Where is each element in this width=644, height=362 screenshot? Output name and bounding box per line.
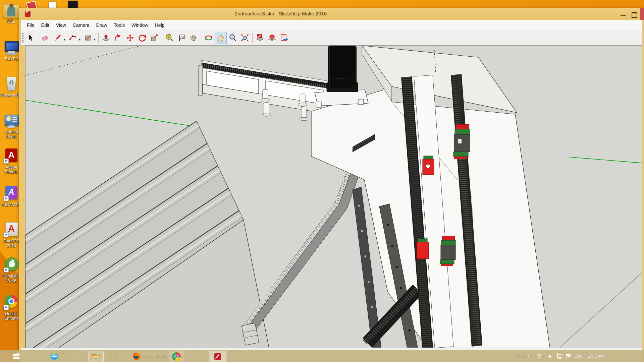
recycle-bin-icon: ♻ [3, 76, 19, 92]
send-to-layout[interactable] [278, 32, 290, 44]
volume-icon[interactable] [547, 350, 553, 362]
sketchup-window: 2ndmachine3.skb - SketchUp Make 2016 — F… [19, 8, 644, 362]
rectangle-tool[interactable] [82, 32, 94, 44]
select-tool[interactable] [24, 32, 37, 44]
orbit-tool[interactable] [203, 32, 215, 44]
minimize-button[interactable]: — [618, 8, 628, 20]
control-panel-icon [3, 113, 19, 129]
toolbar: ▼ ▼ ▼ [21, 30, 642, 46]
pan-tool[interactable] [215, 32, 227, 44]
tape-measure-tool[interactable] [163, 32, 175, 44]
desktop-shortcut-partial-document[interactable] [49, 2, 56, 9]
line-tool[interactable] [52, 32, 64, 44]
taskbar-internet-explorer[interactable] [47, 351, 62, 361]
follow-me-tool[interactable] [112, 32, 124, 44]
menu-edit[interactable]: Edit [38, 22, 53, 28]
green-axis-right [567, 157, 642, 163]
shared-folder-icon [3, 5, 20, 18]
toolbar-grip[interactable] [22, 33, 24, 43]
rotate-tool[interactable] [136, 32, 148, 44]
cnc-machine-model [25, 46, 642, 348]
3d-warehouse[interactable] [254, 32, 266, 44]
maximize-button[interactable] [629, 8, 639, 20]
menu-window[interactable]: Window [128, 22, 152, 28]
push-pull-tool[interactable] [100, 32, 112, 44]
menu-file[interactable]: File [23, 22, 38, 28]
green-axis-left [25, 100, 198, 127]
extension-warehouse[interactable] [266, 32, 278, 44]
network-icon[interactable] [556, 350, 564, 362]
close-button[interactable] [640, 8, 644, 20]
chrome-icon: ➤ [3, 294, 19, 310]
taskbar-chrome[interactable] [169, 351, 184, 362]
menu-draw[interactable]: Draw [93, 22, 111, 28]
paint-bucket-tool[interactable] [187, 32, 200, 44]
taskbar-firefox[interactable] [129, 351, 144, 361]
menu-view[interactable]: View [53, 22, 69, 28]
taskbar: ▲ ENG 10:30 AM [0, 350, 644, 362]
dropbox-icon[interactable] [536, 350, 543, 362]
arc-tool[interactable] [67, 32, 79, 44]
menu-help[interactable]: Help [152, 22, 168, 28]
back-fence-assembly [199, 60, 329, 121]
zoom-extents-tool[interactable] [239, 32, 251, 44]
desktop-shortcut-partial-photo[interactable] [68, 1, 78, 9]
red-axis-dashed [25, 46, 141, 75]
computer-icon [3, 40, 19, 56]
scale-tool[interactable] [148, 32, 160, 44]
clock[interactable]: 10:30 AM [588, 350, 605, 362]
taskbar-file-explorer[interactable] [88, 351, 104, 362]
tray-show-hidden[interactable]: ▲ [527, 350, 530, 362]
start-button[interactable] [9, 351, 23, 361]
machine-bed [25, 78, 270, 348]
language-indicator[interactable]: ENG [574, 350, 583, 362]
show-desktop-button[interactable] [641, 350, 644, 362]
move-tool[interactable] [124, 32, 136, 44]
coreldraw-icon: ➤ [3, 257, 19, 273]
stepper-motor [315, 46, 368, 107]
action-center-flag-icon[interactable] [565, 350, 572, 362]
taskbar-sketchup[interactable] [209, 351, 226, 362]
menu-camera[interactable]: Camera [69, 22, 93, 28]
svg-text:A1: A1 [180, 35, 184, 38]
autocad-icon: A➤ [3, 222, 19, 238]
viewport-3d[interactable] [25, 45, 642, 348]
window-title: 2ndmachine3.skb - SketchUp Make 2016 [19, 11, 542, 16]
menu-bar: File Edit View Camera Draw Tools Window … [21, 20, 642, 31]
menu-tools[interactable]: Tools [110, 22, 128, 28]
adobe-reader-icon: A➤ [3, 148, 19, 164]
artcam-icon: A➤ [3, 185, 19, 201]
title-bar[interactable]: 2ndmachine3.skb - SketchUp Make 2016 — [19, 8, 644, 20]
zoom-tool[interactable] [227, 32, 239, 44]
eraser-tool[interactable] [40, 32, 52, 44]
text-tool[interactable]: A1 [175, 32, 187, 44]
screen: DEL This PC ♻ Recycle Bin Control Panel … [0, 0, 644, 362]
